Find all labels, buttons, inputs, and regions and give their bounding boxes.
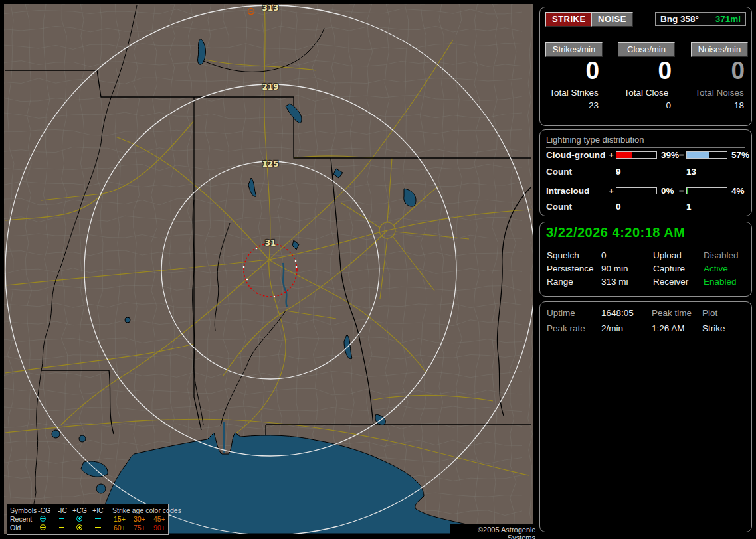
cg-minus-count: 13 — [686, 167, 696, 177]
persistence-label: Persistence — [547, 264, 594, 273]
ring-label-313: 313 — [262, 4, 278, 13]
receiver-label: Receiver — [653, 277, 688, 287]
cg-plus-pct: 39% — [661, 150, 679, 160]
ic-plus-bar — [616, 187, 657, 194]
age-30: 30+ — [134, 515, 145, 523]
stats-section: Uptime 1648:05 Peak time Plot Peak rate … — [539, 301, 752, 532]
minus-sign: − — [679, 186, 684, 196]
squelch-label: Squelch — [547, 250, 579, 260]
neg-ic-old-icon — [59, 527, 64, 528]
distribution-section: Lightning type distribution Cloud-ground… — [539, 129, 752, 216]
total-strikes-label: Total Strikes — [545, 88, 603, 98]
strikes-column: Strikes/min 0 Total Strikes 23 — [545, 42, 603, 110]
app-window: 313 219 125 31 Symbols -CG -IC +CG +IC S… — [0, 0, 756, 539]
legend-age-header: Strike age color codes — [112, 506, 181, 514]
stats-row: Peak rate 2/min 1:26 AM Strike — [540, 323, 751, 337]
capture-value: Active — [704, 264, 728, 273]
plus-sign: + — [609, 150, 614, 160]
uptime-value: 1648:05 — [601, 308, 634, 318]
legend-box: Symbols -CG -IC +CG +IC Strike age color… — [7, 504, 169, 535]
cg-count-row: Count 9 13 — [540, 167, 751, 177]
ic-minus-count: 1 — [686, 202, 692, 212]
age-60: 60+ — [114, 524, 126, 532]
close-rate-value: 0 — [618, 58, 675, 84]
distribution-title: Lightning type distribution — [546, 135, 745, 148]
legend-symbols-header: Symbols — [10, 506, 37, 514]
total-noises-value: 18 — [691, 100, 748, 110]
age-15: 15+ — [114, 515, 126, 523]
age-90: 90+ — [153, 524, 165, 532]
cg-minus-bar-fill — [687, 152, 709, 158]
legend-row-recent: Recent — [10, 515, 32, 523]
noises-per-min-button[interactable]: Noises/min — [691, 42, 748, 57]
age-45: 45+ — [153, 515, 165, 523]
ring-label-219: 219 — [262, 82, 278, 92]
lightning-map[interactable]: 313 219 125 31 Symbols -CG -IC +CG +IC S… — [4, 4, 533, 534]
ic-plus-pct: 0% — [661, 186, 674, 196]
cloud-ground-row: Cloud-ground + 39% − 57% — [540, 150, 751, 161]
clock: 3/22/2026 4:20:18 AM — [546, 225, 747, 244]
ic-minus-bar-fill — [687, 188, 688, 194]
neg-cg-recent-icon — [40, 516, 46, 522]
status-row: Range 313 mi Receiver Enabled — [540, 277, 751, 290]
ic-plus-count: 0 — [616, 202, 621, 212]
total-close-value: 0 — [618, 100, 675, 110]
bearing-display: Bng 358° 371mi — [655, 12, 746, 26]
legend-col-pos-ic: +IC — [92, 506, 104, 514]
pos-cg-recent-icon — [76, 516, 82, 522]
ic-count-row: Count 0 1 — [540, 202, 751, 212]
range-label: Range — [547, 277, 573, 287]
noise-dot — [243, 266, 245, 268]
strikes-per-min-button[interactable]: Strikes/min — [545, 42, 603, 57]
peak-rate-label: Peak rate — [547, 323, 585, 333]
noise-dot — [295, 260, 297, 262]
upload-label: Upload — [653, 250, 682, 260]
capture-label: Capture — [653, 264, 685, 273]
cg-minus-pct: 57% — [731, 150, 749, 160]
plot-label: Plot — [702, 308, 717, 318]
cg-plus-bar — [616, 151, 657, 159]
ic-minus-bar — [686, 187, 727, 194]
peak-rate-value: 2/min — [601, 323, 623, 333]
legend-row-old: Old — [10, 524, 21, 532]
stats-row: Uptime 1648:05 Peak time Plot — [540, 308, 751, 321]
strike-button[interactable]: STRIKE — [545, 12, 593, 27]
pos-cg-old-icon — [76, 524, 82, 530]
ring-label-31: 31 — [265, 238, 276, 248]
ic-minus-pct: 4% — [731, 186, 745, 196]
status-row: Persistence 90 min Capture Active — [540, 264, 751, 277]
minus-sign: − — [679, 150, 684, 160]
counters-section: STRIKE NOISE Bng 358° 371mi Strikes/min … — [539, 7, 752, 126]
pos-ic-old-icon — [95, 524, 101, 530]
close-column: Close/min 0 Total Close 0 — [618, 42, 675, 110]
total-close-label: Total Close — [618, 88, 675, 98]
neg-cg-old-icon — [40, 524, 46, 530]
noise-dot — [296, 266, 298, 268]
range-value: 313 mi — [601, 277, 628, 287]
noise-button[interactable]: NOISE — [591, 12, 633, 27]
legend-col-neg-cg: -CG — [38, 506, 50, 514]
noise-dot — [256, 248, 258, 250]
cloud-ground-label: Cloud-ground — [546, 150, 605, 160]
copyright-text: ©2005 Astrogenic Systems — [450, 524, 537, 536]
intracloud-row: Intracloud + 0% − 4% — [540, 186, 751, 196]
squelch-value: 0 — [601, 250, 607, 260]
noise-dot — [246, 279, 248, 281]
pos-ic-recent-icon — [95, 516, 101, 522]
cg-plus-bar-fill — [616, 152, 632, 158]
total-noises-label: Total Noises — [691, 88, 748, 98]
plus-sign: + — [609, 186, 614, 196]
close-per-min-button[interactable]: Close/min — [618, 42, 675, 57]
noise-dot — [274, 296, 276, 298]
neg-ic-recent-icon — [59, 518, 64, 519]
legend-col-pos-cg: +CG — [72, 506, 87, 514]
ring-label-125: 125 — [262, 159, 278, 169]
peak-time-value: 1:26 AM — [652, 323, 685, 333]
peak-time-label: Peak time — [652, 308, 692, 318]
plot-value: Strike — [702, 323, 725, 333]
receiver-value: Enabled — [704, 277, 737, 287]
map-canvas[interactable]: 313 219 125 31 — [4, 4, 533, 534]
legend-col-neg-ic: -IC — [58, 506, 67, 514]
bearing-range: 371mi — [715, 14, 741, 24]
cg-minus-bar — [686, 151, 727, 159]
